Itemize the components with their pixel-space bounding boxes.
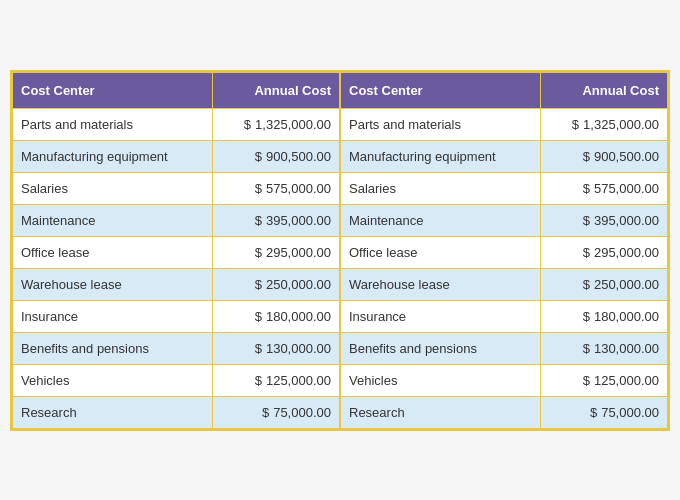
amount-value: 295,000.00	[594, 245, 659, 260]
table-row: Research$75,000.00	[13, 396, 340, 428]
left-table-body: Parts and materials$1,325,000.00Manufact…	[13, 108, 340, 428]
currency-symbol: $	[583, 213, 590, 228]
amount-value: 75,000.00	[601, 405, 659, 420]
table-row: Office lease$295,000.00	[13, 236, 340, 268]
cost-center-cell: Office lease	[341, 236, 541, 268]
annual-cost-cell: $180,000.00	[540, 300, 667, 332]
table-row: Salaries$575,000.00	[341, 172, 668, 204]
amount-value: 250,000.00	[266, 277, 331, 292]
annual-cost-cell: $295,000.00	[540, 236, 667, 268]
amount-value: 125,000.00	[594, 373, 659, 388]
currency-symbol: $	[583, 373, 590, 388]
annual-cost-cell: $130,000.00	[212, 332, 339, 364]
amount-value: 295,000.00	[266, 245, 331, 260]
cost-center-cell: Insurance	[13, 300, 213, 332]
table-row: Research$75,000.00	[341, 396, 668, 428]
right-table: Cost Center Annual Cost Parts and materi…	[340, 72, 668, 429]
right-header-cost: Annual Cost	[540, 72, 667, 108]
cost-center-cell: Maintenance	[13, 204, 213, 236]
table-row: Parts and materials$1,325,000.00	[13, 108, 340, 140]
table-row: Warehouse lease$250,000.00	[341, 268, 668, 300]
currency-symbol: $	[583, 181, 590, 196]
left-header-cost: Annual Cost	[212, 72, 339, 108]
amount-value: 900,500.00	[266, 149, 331, 164]
cost-center-cell: Office lease	[13, 236, 213, 268]
annual-cost-cell: $395,000.00	[212, 204, 339, 236]
currency-symbol: $	[583, 309, 590, 324]
amount-value: 575,000.00	[594, 181, 659, 196]
amount-value: 125,000.00	[266, 373, 331, 388]
amount-value: 180,000.00	[266, 309, 331, 324]
amount-value: 1,325,000.00	[255, 117, 331, 132]
annual-cost-cell: $180,000.00	[212, 300, 339, 332]
left-table: Cost Center Annual Cost Parts and materi…	[12, 72, 340, 429]
amount-value: 130,000.00	[594, 341, 659, 356]
cost-center-cell: Maintenance	[341, 204, 541, 236]
cost-center-cell: Insurance	[341, 300, 541, 332]
currency-symbol: $	[255, 149, 262, 164]
tables-wrapper: Cost Center Annual Cost Parts and materi…	[12, 72, 668, 429]
cost-center-cell: Salaries	[13, 172, 213, 204]
cost-center-cell: Benefits and pensions	[13, 332, 213, 364]
cost-center-cell: Manufacturing equipment	[341, 140, 541, 172]
amount-value: 1,325,000.00	[583, 117, 659, 132]
table-row: Vehicles$125,000.00	[13, 364, 340, 396]
currency-symbol: $	[255, 245, 262, 260]
table-row: Maintenance$395,000.00	[341, 204, 668, 236]
amount-value: 130,000.00	[266, 341, 331, 356]
cost-center-cell: Salaries	[341, 172, 541, 204]
annual-cost-cell: $1,325,000.00	[540, 108, 667, 140]
table-row: Maintenance$395,000.00	[13, 204, 340, 236]
cost-center-cell: Vehicles	[13, 364, 213, 396]
currency-symbol: $	[583, 149, 590, 164]
annual-cost-cell: $75,000.00	[540, 396, 667, 428]
currency-symbol: $	[255, 213, 262, 228]
currency-symbol: $	[590, 405, 597, 420]
table-row: Insurance$180,000.00	[13, 300, 340, 332]
table-row: Manufacturing equipment$900,500.00	[341, 140, 668, 172]
table-row: Warehouse lease$250,000.00	[13, 268, 340, 300]
annual-cost-cell: $75,000.00	[212, 396, 339, 428]
currency-symbol: $	[255, 181, 262, 196]
table-row: Office lease$295,000.00	[341, 236, 668, 268]
currency-symbol: $	[583, 277, 590, 292]
amount-value: 395,000.00	[594, 213, 659, 228]
cost-center-cell: Parts and materials	[13, 108, 213, 140]
currency-symbol: $	[255, 277, 262, 292]
currency-symbol: $	[255, 341, 262, 356]
currency-symbol: $	[255, 309, 262, 324]
right-header-center: Cost Center	[341, 72, 541, 108]
amount-value: 575,000.00	[266, 181, 331, 196]
annual-cost-cell: $125,000.00	[540, 364, 667, 396]
left-header-center: Cost Center	[13, 72, 213, 108]
cost-center-cell: Research	[341, 396, 541, 428]
annual-cost-cell: $295,000.00	[212, 236, 339, 268]
cost-center-cell: Benefits and pensions	[341, 332, 541, 364]
cost-center-cell: Warehouse lease	[13, 268, 213, 300]
amount-value: 900,500.00	[594, 149, 659, 164]
annual-cost-cell: $130,000.00	[540, 332, 667, 364]
amount-value: 75,000.00	[273, 405, 331, 420]
cost-center-cell: Vehicles	[341, 364, 541, 396]
annual-cost-cell: $575,000.00	[212, 172, 339, 204]
cost-center-cell: Manufacturing equipment	[13, 140, 213, 172]
cost-center-cell: Warehouse lease	[341, 268, 541, 300]
table-row: Parts and materials$1,325,000.00	[341, 108, 668, 140]
table-row: Vehicles$125,000.00	[341, 364, 668, 396]
currency-symbol: $	[583, 341, 590, 356]
table-row: Benefits and pensions$130,000.00	[13, 332, 340, 364]
table-row: Salaries$575,000.00	[13, 172, 340, 204]
currency-symbol: $	[255, 373, 262, 388]
table-row: Benefits and pensions$130,000.00	[341, 332, 668, 364]
right-table-body: Parts and materials$1,325,000.00Manufact…	[341, 108, 668, 428]
amount-value: 180,000.00	[594, 309, 659, 324]
table-row: Insurance$180,000.00	[341, 300, 668, 332]
amount-value: 395,000.00	[266, 213, 331, 228]
main-container: Cost Center Annual Cost Parts and materi…	[10, 70, 670, 431]
annual-cost-cell: $575,000.00	[540, 172, 667, 204]
annual-cost-cell: $900,500.00	[540, 140, 667, 172]
currency-symbol: $	[244, 117, 251, 132]
cost-center-cell: Parts and materials	[341, 108, 541, 140]
amount-value: 250,000.00	[594, 277, 659, 292]
annual-cost-cell: $395,000.00	[540, 204, 667, 236]
